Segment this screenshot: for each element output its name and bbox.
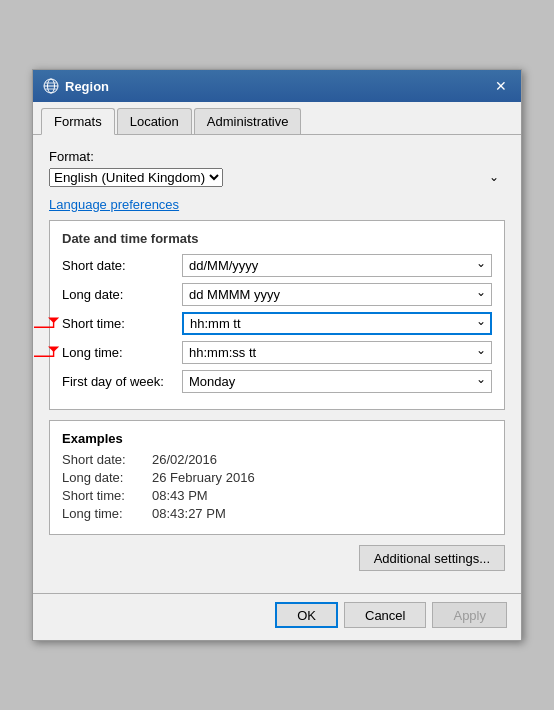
additional-settings-row: Additional settings... — [49, 545, 505, 571]
ex-short-time-value: 08:43 PM — [152, 488, 208, 503]
example-short-date: Short date: 26/02/2016 — [62, 452, 492, 467]
cancel-button[interactable]: Cancel — [344, 602, 426, 628]
svg-marker-5 — [48, 317, 59, 323]
window-title: Region — [65, 79, 109, 94]
short-time-label: Short time: — [62, 316, 182, 331]
region-dialog: Region ✕ Formats Location Administrative… — [32, 69, 522, 641]
red-arrow-long-time — [34, 345, 62, 359]
ex-short-time-label: Short time: — [62, 488, 152, 503]
tab-location[interactable]: Location — [117, 108, 192, 134]
short-time-select[interactable]: hh:mm tt — [182, 312, 492, 335]
title-bar-left: Region — [43, 78, 109, 94]
short-date-label: Short date: — [62, 258, 182, 273]
short-date-row: Short date: dd/MM/yyyy — [62, 254, 492, 277]
ex-short-date-value: 26/02/2016 — [152, 452, 217, 467]
long-date-label: Long date: — [62, 287, 182, 302]
apply-button[interactable]: Apply — [432, 602, 507, 628]
example-short-time: Short time: 08:43 PM — [62, 488, 492, 503]
red-arrow-short-time — [34, 316, 62, 330]
globe-icon — [43, 78, 59, 94]
short-time-select-wrap: hh:mm tt — [182, 312, 492, 335]
additional-settings-button[interactable]: Additional settings... — [359, 545, 505, 571]
long-date-select-wrap: dd MMMM yyyy — [182, 283, 492, 306]
tab-administrative[interactable]: Administrative — [194, 108, 302, 134]
first-day-row: First day of week: Monday — [62, 370, 492, 393]
ex-long-date-label: Long date: — [62, 470, 152, 485]
ok-button[interactable]: OK — [275, 602, 338, 628]
first-day-label: First day of week: — [62, 374, 182, 389]
tab-formats[interactable]: Formats — [41, 108, 115, 135]
format-label: Format: — [49, 149, 505, 164]
ex-long-time-label: Long time: — [62, 506, 152, 521]
short-time-arrow — [34, 316, 62, 330]
close-button[interactable]: ✕ — [491, 76, 511, 96]
title-bar: Region ✕ — [33, 70, 521, 102]
example-long-time: Long time: 08:43:27 PM — [62, 506, 492, 521]
date-time-title: Date and time formats — [62, 231, 492, 246]
long-time-arrow — [34, 345, 62, 359]
ex-long-date-value: 26 February 2016 — [152, 470, 255, 485]
long-date-select[interactable]: dd MMMM yyyy — [182, 283, 492, 306]
language-preferences-link[interactable]: Language preferences — [49, 197, 179, 212]
format-select[interactable]: English (United Kingdom) — [49, 168, 223, 187]
long-time-select[interactable]: hh:mm:ss tt — [182, 341, 492, 364]
dialog-buttons: OK Cancel Apply — [33, 593, 521, 640]
short-time-row: Short time: hh:mm tt — [62, 312, 492, 335]
first-day-select[interactable]: Monday — [182, 370, 492, 393]
example-long-date: Long date: 26 February 2016 — [62, 470, 492, 485]
ex-long-time-value: 08:43:27 PM — [152, 506, 226, 521]
main-content: Format: English (United Kingdom) Languag… — [33, 135, 521, 593]
examples-section: Examples Short date: 26/02/2016 Long dat… — [49, 420, 505, 535]
date-time-section: Date and time formats Short date: dd/MM/… — [49, 220, 505, 410]
ex-short-date-label: Short date: — [62, 452, 152, 467]
long-time-select-wrap: hh:mm:ss tt — [182, 341, 492, 364]
short-date-select[interactable]: dd/MM/yyyy — [182, 254, 492, 277]
examples-title: Examples — [62, 431, 492, 446]
long-time-label: Long time: — [62, 345, 182, 360]
tabs-bar: Formats Location Administrative — [33, 102, 521, 135]
format-select-wrapper: English (United Kingdom) — [49, 168, 505, 187]
svg-marker-6 — [48, 346, 59, 352]
first-day-select-wrap: Monday — [182, 370, 492, 393]
long-date-row: Long date: dd MMMM yyyy — [62, 283, 492, 306]
short-date-select-wrap: dd/MM/yyyy — [182, 254, 492, 277]
long-time-row: Long time: hh:mm:ss tt — [62, 341, 492, 364]
